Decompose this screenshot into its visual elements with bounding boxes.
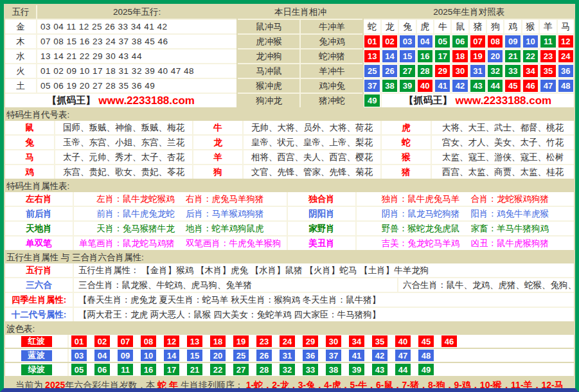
- codes-zodiac-cell: 狗: [193, 165, 242, 179]
- element-label: 木: [5, 35, 36, 48]
- zodiac-number-cell: 04: [417, 35, 433, 48]
- number-badge: 38: [382, 80, 397, 92]
- chong-cell: 羊冲牛: [301, 64, 362, 78]
- zodiac-number-cell: 47: [540, 79, 556, 93]
- footer-text: 当前为: [15, 380, 45, 390]
- site-brand: 【抓码王】: [404, 94, 452, 107]
- zodiac-number-cell: 14: [382, 49, 398, 63]
- wave-number-badge: 13: [187, 335, 202, 347]
- number-badge: 03: [400, 35, 414, 48]
- wave-label-red: 红波: [21, 336, 52, 347]
- wave-number-badge: 45: [418, 335, 434, 347]
- element-numbers: 01 02 09 10 17 18 31 32 39 40 47 48: [37, 64, 236, 78]
- wave-number-badge: 20: [210, 350, 226, 361]
- codes-zodiac-cell: 猪: [382, 165, 431, 179]
- codes-section-title: 特码生肖代号表:: [6, 110, 573, 120]
- wave-number-badge: 01: [71, 335, 87, 347]
- zodiac-number-cell: 49: [364, 94, 380, 107]
- chong-cell: 蛇冲猪: [301, 49, 362, 63]
- zodiac-number-cell: 12: [558, 35, 574, 48]
- codes-names-cell: 皇帝、状元、皇帝、上帝、梨花: [244, 136, 380, 149]
- zodiac-number-cell: 11: [540, 35, 556, 48]
- zodiac-number-cell: 21: [504, 49, 521, 63]
- site-link[interactable]: www.2233188.com: [456, 94, 552, 107]
- number-badge: 48: [558, 80, 573, 92]
- element-label: 金: [5, 20, 36, 33]
- number-badge: 12: [558, 35, 573, 48]
- zodiac-number-cell: 27: [399, 64, 415, 78]
- wave-number-badge: 27: [233, 364, 249, 375]
- zodiac-number-cell: 44: [487, 79, 503, 93]
- zodiac-number-cell: 05: [434, 35, 450, 48]
- wave-number-badge: 28: [256, 364, 272, 375]
- number-badge: 34: [523, 65, 538, 77]
- wave-number-badge: 22: [210, 364, 226, 375]
- site-link[interactable]: www.2233188.com: [98, 94, 195, 107]
- wave-label-blue: 蓝波: [21, 350, 52, 361]
- attr-label-cell: 单双笔: [5, 236, 73, 250]
- zodiac-animal-cell: 牛: [434, 20, 450, 33]
- zodiac-number-cell: 32: [487, 64, 503, 78]
- number-badge: 31: [470, 65, 485, 77]
- zodiac-title: 2025年生肖对照表: [364, 5, 574, 19]
- chong-title: 本日生肖相冲: [238, 5, 362, 19]
- zodiac-animal-cell: 鸡: [504, 20, 521, 33]
- zodiac-number-cell: 46: [522, 79, 539, 93]
- wx2-label-cell: 五行肖: [5, 263, 73, 277]
- wave-number-badge: 49: [418, 364, 434, 375]
- wx2-section-title: 五行生肖属性 与 三合肖六合肖属性:: [6, 253, 573, 262]
- codes-names-cell: 玉帝、东宫、小姐、东宫、兰花: [55, 136, 192, 149]
- wave-number-badge: 32: [280, 364, 295, 375]
- wave-number-badge: 25: [233, 350, 249, 361]
- number-badge: 32: [488, 65, 503, 77]
- wave-number-badge: 48: [418, 350, 434, 361]
- wx2-table: 五行肖 五行生肖属性： 【金肖】猴鸡 【木肖】虎兔 【水肖】鼠猪 【火肖】蛇马 …: [5, 263, 574, 321]
- attr-text-cell: 吉美：兔龙蛇马羊鸡 凶丑：鼠牛虎猴狗猪: [357, 236, 574, 250]
- chong-cell: 鼠冲马: [238, 20, 299, 33]
- zodiac-number-cell: 48: [558, 79, 574, 93]
- attr-text-cell: 天肖：兔马猴猪牛龙 地肖：蛇羊鸡狗鼠虎: [74, 222, 287, 235]
- number-badge: 10: [523, 35, 538, 48]
- wave-label-cell: 蓝波: [5, 349, 67, 362]
- zodiac-animal-cell: 猪: [470, 20, 486, 33]
- zodiac-number-cell: 45: [504, 79, 521, 93]
- codes-names-cell: 国师、叛贼、神偷、叛贼、梅花: [55, 121, 192, 134]
- number-badge: 42: [452, 80, 467, 92]
- zodiac-number-cell: 16: [417, 49, 433, 63]
- codes-table: 鼠 国师、叛贼、神偷、叛贼、梅花 牛 无帅、大将、员外、大将、荷花 虎 大将、大…: [5, 121, 574, 179]
- footer-animal: 蛇 年: [157, 380, 178, 390]
- zodiac-number-cell: 35: [540, 64, 556, 78]
- zodiac-number-cell: 31: [470, 64, 486, 78]
- wave-number-badge: 04: [94, 350, 110, 361]
- attr-text-cell: 野兽：猴蛇龙兔虎鼠 家畜：羊马牛猪狗鸡: [357, 222, 574, 235]
- wave-number-badge: 46: [441, 335, 457, 347]
- wave-number-badge: 37: [326, 350, 341, 361]
- number-badge: 47: [540, 80, 555, 92]
- attr-label-cell: 美丑肖: [288, 236, 355, 250]
- element-numbers: 13 14 21 22 29 30 43 44: [37, 49, 236, 63]
- codes-zodiac-cell: 虎: [382, 121, 431, 134]
- chong-cell: 鸡冲兔: [301, 79, 362, 93]
- attr-label-cell: 阴阳肖: [288, 207, 355, 220]
- zodiac-number-cell: 40: [417, 79, 433, 93]
- wave-number-badge: 10: [141, 350, 156, 361]
- wave-number-badge: 05: [71, 364, 87, 375]
- number-badge: 06: [452, 35, 467, 48]
- wave-number-badge: 11: [118, 364, 133, 375]
- zodiac-number-cell: 42: [452, 79, 468, 93]
- attr-label-cell: 家野肖: [288, 222, 355, 235]
- number-badge: 01: [364, 35, 379, 48]
- wave-number-badge: 12: [164, 335, 179, 347]
- number-badge: 18: [452, 50, 467, 62]
- zodiac-animal-cell: 蛇: [364, 20, 380, 33]
- zodiac-number-cell: 03: [399, 35, 415, 48]
- zodiac-number-cell: 39: [399, 79, 415, 93]
- number-badge: 44: [488, 80, 503, 92]
- zodiac-number-cell: 08: [487, 35, 503, 48]
- wave-number-badge: 26: [256, 350, 272, 361]
- wx2-text-cell: 【春天生肖：虎兔龙 夏天生肖：蛇马羊 秋天生肖：猴狗鸡 冬天生肖：鼠牛猪】: [74, 293, 574, 307]
- site-banner: 【抓码王】 www.2233188.com: [382, 94, 574, 107]
- zodiac-animal-cell: 马: [558, 20, 574, 33]
- zodiac-number-cell: 19: [470, 49, 486, 63]
- number-badge: 40: [418, 80, 432, 92]
